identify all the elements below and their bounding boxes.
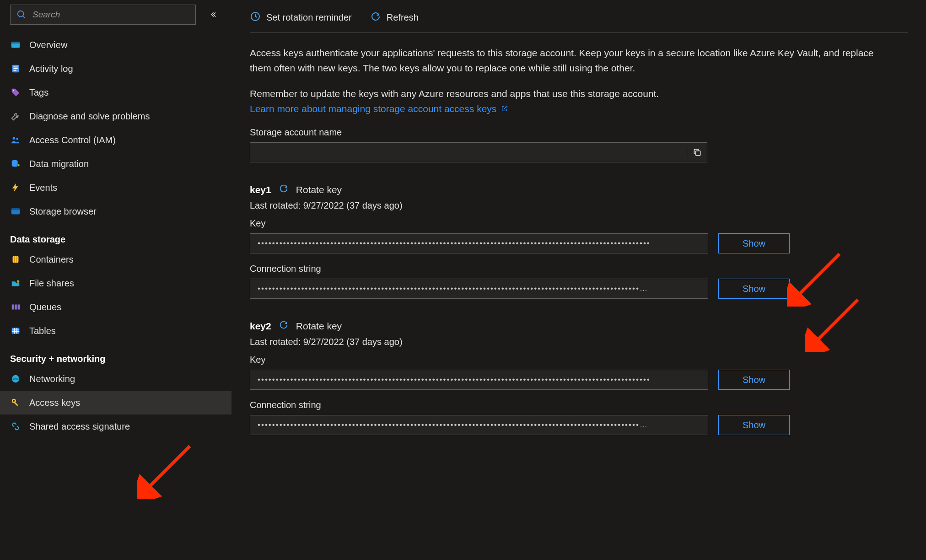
- storage-browser-icon: [10, 206, 21, 217]
- sidebar-search-row: [0, 5, 232, 28]
- set-rotation-reminder-button[interactable]: Set rotation reminder: [250, 11, 352, 24]
- toolbar-label: Refresh: [387, 12, 419, 23]
- svg-rect-15: [14, 256, 15, 263]
- svg-rect-14: [13, 256, 19, 263]
- sidebar-item-networking[interactable]: Networking: [0, 367, 232, 391]
- refresh-button[interactable]: Refresh: [370, 11, 419, 24]
- key2-conn-row: Connection string Show: [250, 400, 790, 435]
- key1-key-label: Key: [250, 218, 790, 229]
- sidebar-item-label: Storage browser: [29, 206, 97, 217]
- database-icon: [10, 158, 21, 169]
- sidebar-item-queues[interactable]: Queues: [0, 295, 232, 319]
- sidebar-item-access-control[interactable]: Access Control (IAM): [0, 128, 232, 152]
- overview-icon: [10, 39, 21, 50]
- sidebar-item-activity-log[interactable]: Activity log: [0, 57, 232, 81]
- tags-icon: [10, 87, 21, 98]
- search-box[interactable]: [10, 5, 196, 25]
- sidebar-item-label: Shared access signature: [29, 421, 130, 432]
- sidebar-item-label: Containers: [29, 254, 74, 265]
- svg-point-8: [13, 90, 14, 91]
- rotate-key-label[interactable]: Rotate key: [296, 321, 342, 332]
- sidebar-item-label: Tags: [29, 87, 48, 98]
- sidebar-item-label: Diagnose and solve problems: [29, 111, 150, 122]
- key2-conn-show-button[interactable]: Show: [718, 415, 790, 435]
- svg-point-28: [13, 400, 15, 402]
- key1-key-value[interactable]: [257, 238, 701, 248]
- sidebar-item-label: File shares: [29, 278, 74, 289]
- collapse-sidebar-button[interactable]: [205, 6, 221, 23]
- key2-section: key2 Rotate key Last rotated: 9/27/2022 …: [250, 320, 908, 435]
- description-para-2: Remember to update the keys with any Azu…: [250, 88, 659, 99]
- external-link-icon: [501, 102, 508, 109]
- toolbar-label: Set rotation reminder: [266, 12, 352, 23]
- key1-conn-row: Connection string Show: [250, 264, 790, 299]
- sidebar-item-shared-access-signature[interactable]: Shared access signature: [0, 415, 232, 438]
- sidebar-item-data-migration[interactable]: Data migration: [0, 152, 232, 176]
- svg-rect-3: [11, 42, 20, 44]
- learn-more-link[interactable]: Learn more about managing storage accoun…: [250, 103, 508, 114]
- storage-account-name-label: Storage account name: [250, 127, 707, 138]
- sidebar-item-file-shares[interactable]: File shares: [0, 271, 232, 295]
- sidebar-item-events[interactable]: Events: [0, 176, 232, 199]
- sidebar-item-access-keys[interactable]: Access keys: [0, 391, 232, 415]
- main-content: Set rotation reminder Refresh Access key…: [232, 0, 926, 560]
- key2-conn-value[interactable]: [257, 420, 701, 430]
- rotate-icon[interactable]: [279, 183, 289, 196]
- key2-conn-value-wrap: [250, 415, 708, 435]
- key2-last-rotated: Last rotated: 9/27/2022 (37 days ago): [250, 337, 908, 347]
- globe-icon: [10, 373, 21, 384]
- sidebar-item-overview[interactable]: Overview: [0, 33, 232, 57]
- key2-header: key2 Rotate key: [250, 320, 908, 332]
- key2-key-value[interactable]: [257, 375, 701, 385]
- key1-conn-label: Connection string: [250, 264, 790, 274]
- key2-conn-label: Connection string: [250, 400, 790, 410]
- key2-key-value-wrap: [250, 370, 708, 390]
- key2-key-label: Key: [250, 355, 790, 365]
- sidebar-item-label: Networking: [29, 374, 75, 384]
- sidebar-general-group: Overview Activity log Tags Diagnose and …: [0, 28, 232, 223]
- rotate-key-label[interactable]: Rotate key: [296, 184, 342, 195]
- sidebar-heading-security: Security + networking: [0, 347, 232, 367]
- svg-point-26: [12, 375, 20, 383]
- sidebar-item-label: Data migration: [29, 159, 89, 169]
- sidebar-security-group: Security + networking Networking Access …: [0, 343, 232, 438]
- container-icon: [10, 254, 21, 265]
- svg-rect-6: [13, 68, 17, 69]
- key1-key-value-wrap: [250, 233, 708, 253]
- activity-log-icon: [10, 63, 21, 74]
- svg-point-17: [17, 280, 20, 283]
- key1-key-row: Key Show: [250, 218, 790, 253]
- rotate-icon[interactable]: [279, 320, 289, 332]
- key2-key-show-button[interactable]: Show: [718, 370, 790, 390]
- sidebar-item-label: Tables: [29, 326, 56, 336]
- sidebar-item-tags[interactable]: Tags: [0, 81, 232, 104]
- sidebar-item-containers[interactable]: Containers: [0, 248, 232, 271]
- key-icon: [10, 397, 21, 408]
- sidebar-item-label: Overview: [29, 40, 67, 50]
- refresh-icon: [370, 11, 381, 24]
- search-icon: [16, 9, 27, 20]
- storage-account-name-input[interactable]: [257, 147, 687, 157]
- sidebar-item-storage-browser[interactable]: Storage browser: [0, 199, 232, 223]
- key1-key-show-button[interactable]: Show: [718, 233, 790, 253]
- svg-rect-18: [12, 305, 14, 310]
- sidebar-item-tables[interactable]: Tables: [0, 319, 232, 343]
- people-icon: [10, 135, 21, 145]
- key1-conn-value[interactable]: [257, 284, 701, 294]
- svg-point-9: [13, 137, 15, 140]
- svg-rect-29: [14, 402, 18, 406]
- svg-rect-7: [13, 70, 16, 71]
- svg-rect-20: [18, 305, 20, 310]
- svg-point-0: [18, 11, 24, 17]
- sidebar-item-label: Access Control (IAM): [29, 135, 116, 145]
- lightning-icon: [10, 182, 21, 193]
- sidebar-item-diagnose[interactable]: Diagnose and solve problems: [0, 104, 232, 128]
- key2-name: key2: [250, 321, 271, 332]
- search-input[interactable]: [32, 9, 190, 20]
- copy-storage-account-name-button[interactable]: [687, 148, 707, 157]
- key1-conn-show-button[interactable]: Show: [718, 279, 790, 299]
- description-para-1: Access keys authenticate your applicatio…: [250, 46, 890, 75]
- sidebar-heading-data-storage: Data storage: [0, 228, 232, 248]
- key1-last-rotated: Last rotated: 9/27/2022 (37 days ago): [250, 200, 908, 211]
- sidebar-item-label: Events: [29, 183, 57, 193]
